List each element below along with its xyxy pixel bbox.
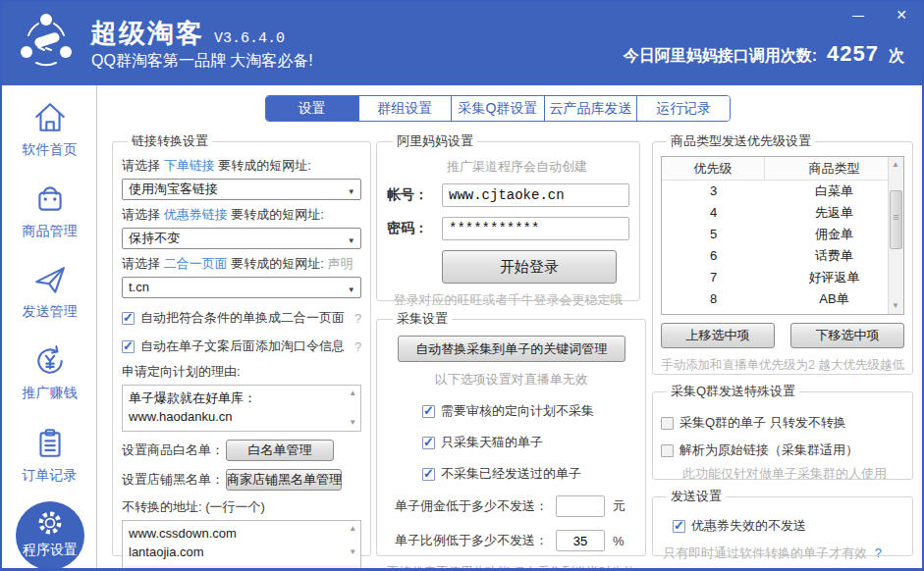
forward-only-checkbox[interactable]: 采集Q群的单子 只转发不转换: [661, 414, 904, 432]
chevron-down-icon: [343, 181, 359, 198]
table-row[interactable]: 7好评返单: [662, 267, 903, 288]
tab-groups[interactable]: 群组设置: [358, 96, 452, 121]
bag-icon: [32, 182, 68, 217]
sidebar-item-label: 订单记录: [2, 467, 97, 485]
tab-collect-qgroup[interactable]: 采集Q群设置: [451, 96, 544, 121]
panel-title: 链接转换设置: [128, 132, 212, 150]
coupon-link-link[interactable]: 优惠券链接: [164, 207, 228, 222]
minimize-icon[interactable]: [849, 6, 867, 24]
exclude-textarea[interactable]: www.cssdown.com lantaojia.com: [122, 520, 361, 571]
sidebar-item-products[interactable]: 商品管理: [2, 182, 97, 240]
table-row[interactable]: 3白菜单: [662, 181, 903, 202]
app-window: 超级淘客V3.6.4.0 QQ群淘客第一品牌 大淘客必备! 今日阿里妈妈接口调用…: [0, 0, 924, 571]
declaration-note[interactable]: 声明: [328, 256, 353, 271]
scrollbar-thumb[interactable]: [890, 190, 902, 249]
skip-sent-checkbox[interactable]: 不采集已经发送过的单子: [422, 465, 635, 483]
yuan-icon: [32, 343, 68, 379]
order-link-select[interactable]: 使用淘宝客链接: [122, 179, 361, 200]
expired-coupon-checkbox[interactable]: 优惠券失效的不发送: [673, 517, 904, 535]
sidebar-item-label: 推广赚钱: [2, 385, 97, 402]
sidebar-item-earn[interactable]: 推广赚钱: [2, 343, 97, 402]
sidebar-item-home[interactable]: 软件首页: [2, 100, 97, 159]
tmall-only-checkbox[interactable]: 只采集天猫的单子: [422, 434, 635, 451]
tab-cloud-send[interactable]: 云产品库发送: [544, 96, 637, 121]
priority-table: 优先级 商品类型 3白菜单 4先返单 5佣金单 6话费单 7好评返单 8AB单: [661, 156, 904, 315]
tab-run-log[interactable]: 运行记录: [636, 96, 730, 121]
two-in-one-select[interactable]: t.cn: [122, 277, 361, 298]
skip-review-plan-checkbox[interactable]: 需要审核的定向计划不采集: [422, 402, 635, 420]
table-row[interactable]: 4先返单: [662, 202, 903, 224]
blacklist-button[interactable]: 商家店铺黑名单管理: [226, 469, 342, 491]
table-row[interactable]: 6话费单: [662, 245, 903, 267]
login-button[interactable]: 开始登录: [442, 250, 617, 284]
tab-bar: 设置 群组设置 采集Q群设置 云产品库发送 运行记录: [265, 95, 731, 122]
two-in-one-label: 请选择 二合一页面 要转成的短网址: 声明: [122, 255, 361, 273]
alimama-hint: 推广渠道程序会自动创建: [405, 158, 629, 176]
gear-icon: [35, 508, 65, 538]
help-icon[interactable]: ?: [354, 339, 361, 354]
order-link-label: 请选择 下单链接 要转成的短网址:: [122, 157, 361, 175]
clipboard-icon: [32, 426, 68, 461]
sidebar-item-send[interactable]: 发送管理: [2, 262, 97, 321]
auto-two-in-one-checkbox[interactable]: 自动把符合条件的单换成二合一页面 ?: [122, 309, 361, 327]
exclude-label: 不转换的地址: (一行一个): [122, 498, 361, 516]
account-input[interactable]: [442, 183, 629, 207]
password-label: 密码：: [387, 220, 442, 237]
send-icon: [32, 262, 68, 297]
panel-title: 采集Q群发送特殊设置: [667, 383, 799, 400]
keyword-manage-button[interactable]: 自动替换采集到单子的关键词管理: [398, 336, 625, 362]
two-in-one-link[interactable]: 二合一页面: [164, 256, 228, 271]
vertical-scrollbar[interactable]: [888, 157, 903, 314]
horizontal-scrollbar[interactable]: [125, 565, 358, 571]
checkbox-unchecked-icon: [661, 444, 674, 457]
checkbox-checked-icon: [422, 405, 435, 418]
blacklist-row: 设置店铺黑名单： 商家店铺黑名单管理: [122, 469, 361, 491]
whitelist-button[interactable]: 白名单管理: [226, 440, 334, 461]
sidebar-item-settings[interactable]: 程序设置: [16, 501, 84, 570]
app-title: 超级淘客: [90, 19, 204, 48]
scroll-down-icon[interactable]: [347, 418, 358, 428]
table-row[interactable]: 5佣金单: [662, 224, 903, 245]
collect-footer-hint: 不填代表不使用此功能,仅在采集到发送时生效: [387, 564, 635, 571]
stats-value: 4257: [827, 41, 879, 67]
send-hint: 只有即时通过软件转换的单子才有效 ?: [663, 545, 904, 562]
checkbox-checked-icon: [673, 520, 685, 533]
help-icon[interactable]: ?: [354, 311, 361, 326]
scroll-up-icon[interactable]: [347, 389, 358, 398]
panel-title: 商品类型发送优先级设置: [667, 132, 815, 150]
move-up-button[interactable]: 上移选中项: [661, 323, 775, 348]
order-link-link[interactable]: 下单链接: [164, 158, 215, 173]
chevron-down-icon: [343, 230, 359, 247]
help-icon[interactable]: ?: [875, 545, 882, 560]
scroll-up-icon[interactable]: [890, 160, 901, 170]
parse-original-link-checkbox[interactable]: 解析为原始链接（采集群适用）: [661, 441, 904, 459]
handshake-icon: [15, 8, 78, 71]
close-icon[interactable]: [893, 6, 910, 24]
commission-threshold-row: 单子佣金低于多少不发送： 元: [395, 495, 635, 517]
account-label: 帐号：: [387, 186, 442, 204]
scroll-down-icon[interactable]: [890, 301, 901, 311]
table-row[interactable]: 8AB单: [662, 288, 903, 310]
ratio-input[interactable]: [556, 530, 605, 551]
reason-textarea[interactable]: 单子爆款就在好单库： www.haodanku.cn: [122, 385, 361, 432]
chevron-down-icon: [343, 279, 359, 296]
coupon-link-select[interactable]: 保持不变: [122, 228, 361, 249]
scroll-up-icon[interactable]: [347, 524, 358, 534]
move-down-button[interactable]: 下移选中项: [790, 323, 904, 348]
sidebar-item-orders[interactable]: 订单记录: [2, 426, 97, 485]
priority-panel: 商品类型发送优先级设置 优先级 商品类型 3白菜单 4先返单 5佣金单 6话费单…: [652, 132, 913, 375]
checkbox-checked-icon: [122, 312, 135, 325]
commission-input[interactable]: [556, 495, 605, 517]
auto-taokouling-checkbox[interactable]: 自动在单子文案后面添加淘口令信息 ?: [122, 337, 361, 355]
panel-title: 发送设置: [667, 488, 726, 505]
app-logo: [15, 8, 78, 71]
checkbox-checked-icon: [422, 437, 435, 449]
coupon-link-label: 请选择 优惠券链接 要转成的短网址:: [122, 206, 361, 224]
scroll-down-icon[interactable]: [347, 547, 358, 557]
tab-settings[interactable]: 设置: [266, 96, 358, 121]
password-input[interactable]: [442, 217, 629, 240]
sidebar-item-label: 商品管理: [2, 223, 97, 240]
reason-label: 申请定向计划的理由:: [122, 363, 361, 381]
whitelist-row: 设置商品白名单： 白名单管理: [122, 440, 361, 461]
panel-title: 采集设置: [393, 310, 452, 328]
